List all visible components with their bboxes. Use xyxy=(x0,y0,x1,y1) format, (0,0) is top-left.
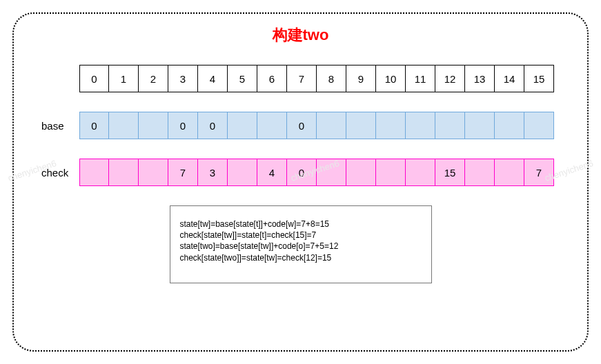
index-cell: 10 xyxy=(376,65,406,92)
formula-line: state[two]=base[state[tw]]+code[o]=7+5=1… xyxy=(180,241,422,252)
check-array: 7340157 xyxy=(79,159,554,186)
index-cell: 11 xyxy=(406,65,435,92)
index-cell: 7 xyxy=(287,65,317,92)
check-cell xyxy=(79,159,109,186)
check-row: check 7340157 xyxy=(41,159,560,186)
check-cell: 4 xyxy=(257,159,287,186)
check-cell xyxy=(109,159,139,186)
check-cell: 0 xyxy=(287,159,317,186)
base-cell xyxy=(346,112,376,139)
check-cell xyxy=(465,159,495,186)
check-cell: 15 xyxy=(435,159,465,186)
index-cell: 8 xyxy=(317,65,346,92)
check-cell xyxy=(228,159,257,186)
base-cell xyxy=(317,112,346,139)
base-cell xyxy=(495,112,524,139)
base-row: base 0000 xyxy=(41,112,560,139)
base-cell: 0 xyxy=(287,112,317,139)
base-cell xyxy=(109,112,139,139)
base-cell xyxy=(406,112,435,139)
check-cell: 7 xyxy=(524,159,554,186)
check-cell xyxy=(139,159,168,186)
index-cell: 9 xyxy=(346,65,376,92)
index-row: 0123456789101112131415 xyxy=(41,65,560,92)
index-cell: 3 xyxy=(168,65,198,92)
formula-box: state[tw]=base[state[t]]+code[w]=7+8=15c… xyxy=(170,205,432,283)
diagram-title: 构建two xyxy=(41,25,560,46)
base-cell xyxy=(228,112,257,139)
check-cell xyxy=(346,159,376,186)
index-array: 0123456789101112131415 xyxy=(79,65,554,92)
index-cell: 6 xyxy=(257,65,287,92)
index-cell: 13 xyxy=(465,65,495,92)
index-cell: 0 xyxy=(79,65,109,92)
index-cell: 4 xyxy=(198,65,228,92)
base-cell: 0 xyxy=(168,112,198,139)
base-cell xyxy=(435,112,465,139)
index-cell: 14 xyxy=(495,65,524,92)
base-cell xyxy=(524,112,554,139)
check-label: check xyxy=(41,167,79,179)
check-cell: 7 xyxy=(168,159,198,186)
check-cell xyxy=(376,159,406,186)
check-cell xyxy=(495,159,524,186)
check-cell xyxy=(406,159,435,186)
index-cell: 12 xyxy=(435,65,465,92)
base-cell: 0 xyxy=(79,112,109,139)
diagram-frame: 构建two 0123456789101112131415 base 0000 c… xyxy=(12,12,589,352)
base-cell xyxy=(465,112,495,139)
index-cell: 1 xyxy=(109,65,139,92)
index-cell: 5 xyxy=(228,65,257,92)
check-cell: 3 xyxy=(198,159,228,186)
base-cell xyxy=(139,112,168,139)
formula-line: check[state[tw]]=state[t]=check[15]=7 xyxy=(180,230,422,241)
base-array: 0000 xyxy=(79,112,554,139)
base-cell xyxy=(376,112,406,139)
formula-line: state[tw]=base[state[t]]+code[w]=7+8=15 xyxy=(180,219,422,230)
index-cell: 15 xyxy=(524,65,554,92)
base-cell xyxy=(257,112,287,139)
base-cell: 0 xyxy=(198,112,228,139)
index-cell: 2 xyxy=(139,65,168,92)
check-cell xyxy=(317,159,346,186)
formula-line: check[state[two]]=state[tw]=check[12]=15 xyxy=(180,252,422,263)
base-label: base xyxy=(41,120,79,132)
